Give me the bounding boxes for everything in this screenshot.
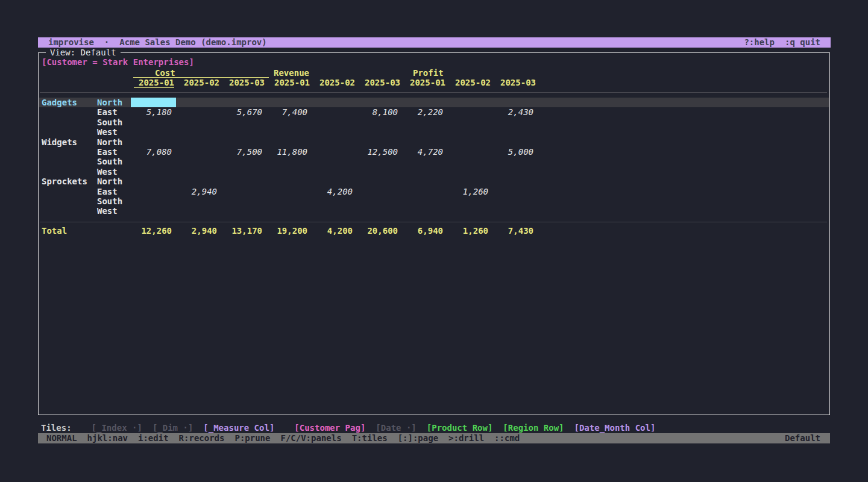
data-cell[interactable] (312, 127, 357, 137)
data-cell[interactable] (447, 206, 492, 216)
data-cell[interactable] (312, 157, 357, 166)
data-cell[interactable] (447, 196, 492, 206)
tile--index[interactable]: [_Index ·] (92, 423, 142, 433)
data-cell[interactable] (266, 127, 312, 137)
data-cell[interactable] (221, 127, 266, 137)
data-cell[interactable] (221, 137, 266, 147)
data-cell[interactable] (131, 157, 176, 166)
tile-date[interactable]: [Date ·] (376, 423, 416, 433)
table-row[interactable]: GadgetsNorth (39, 98, 829, 107)
month-column-header[interactable]: 2025-03 (495, 78, 540, 87)
data-cell[interactable] (221, 117, 266, 127)
table-row[interactable]: SprocketsNorth (39, 177, 829, 186)
measure-group-profit[interactable]: Profit (404, 68, 540, 78)
measure-group-cost[interactable]: Cost (133, 68, 269, 78)
data-cell[interactable] (492, 98, 538, 107)
data-cell[interactable] (131, 206, 176, 216)
tile-product-row[interactable]: [Product Row] (427, 423, 493, 433)
data-cell[interactable] (402, 167, 447, 177)
data-cell[interactable] (312, 147, 357, 157)
data-cell[interactable] (221, 157, 266, 166)
data-cell[interactable]: 11,800 (266, 147, 312, 157)
data-cell[interactable] (176, 117, 221, 127)
data-cell[interactable] (266, 117, 312, 127)
data-cell[interactable] (312, 98, 357, 107)
data-cell[interactable] (131, 127, 176, 137)
month-column-header[interactable]: 2025-01 (133, 78, 178, 87)
data-cell[interactable] (176, 127, 221, 137)
table-row[interactable]: East2,9404,2001,260 (39, 187, 829, 196)
data-cell[interactable] (357, 206, 402, 216)
data-cell[interactable] (402, 177, 447, 186)
data-cell[interactable] (357, 127, 402, 137)
data-cell[interactable] (266, 167, 312, 177)
data-cell[interactable] (447, 107, 492, 117)
data-cell[interactable] (176, 147, 221, 157)
data-cell[interactable] (176, 206, 221, 216)
data-cell[interactable] (131, 117, 176, 127)
data-cell[interactable] (312, 167, 357, 177)
month-column-header[interactable]: 2025-01 (269, 78, 314, 87)
data-cell[interactable]: 4,200 (312, 187, 357, 196)
data-cell[interactable] (447, 137, 492, 147)
data-cell[interactable] (176, 157, 221, 166)
data-cell[interactable] (312, 196, 357, 206)
data-cell[interactable] (402, 127, 447, 137)
tile-region-row[interactable]: [Region Row] (503, 423, 564, 433)
data-cell[interactable] (492, 196, 538, 206)
data-cell[interactable] (402, 117, 447, 127)
data-cell[interactable] (447, 147, 492, 157)
data-cell[interactable] (402, 206, 447, 216)
table-row[interactable]: East7,0807,50011,80012,5004,7205,000 (39, 147, 829, 157)
data-cell[interactable] (492, 177, 538, 186)
data-cell[interactable] (357, 117, 402, 127)
data-cell[interactable] (447, 98, 492, 107)
table-row[interactable]: South (39, 157, 829, 166)
data-cell[interactable] (176, 167, 221, 177)
month-column-header[interactable]: 2025-02 (178, 78, 224, 87)
data-cell[interactable]: 5,000 (492, 147, 538, 157)
data-cell[interactable] (357, 98, 402, 107)
data-cell[interactable] (357, 187, 402, 196)
data-cell[interactable] (402, 98, 447, 107)
tile-date-month-col[interactable]: [Date_Month Col] (574, 423, 656, 433)
tile--dim[interactable]: [_Dim ·] (153, 423, 193, 433)
data-cell[interactable]: 7,080 (131, 147, 176, 157)
month-column-header[interactable]: 2025-01 (404, 78, 450, 87)
table-row[interactable]: West (39, 167, 829, 177)
data-cell[interactable]: 12,500 (357, 147, 402, 157)
data-cell[interactable]: 2,940 (176, 187, 221, 196)
data-cell[interactable] (312, 206, 357, 216)
data-cell[interactable] (357, 137, 402, 147)
data-cell[interactable] (266, 137, 312, 147)
data-cell[interactable] (402, 137, 447, 147)
data-cell[interactable] (131, 196, 176, 206)
data-cell[interactable]: 5,180 (131, 107, 176, 117)
data-cell[interactable] (176, 137, 221, 147)
data-cell[interactable] (266, 187, 312, 196)
data-cell[interactable] (266, 206, 312, 216)
data-cell[interactable] (492, 167, 538, 177)
data-cell[interactable]: 4,720 (402, 147, 447, 157)
data-cell[interactable] (131, 177, 176, 186)
data-cell[interactable]: 7,500 (221, 147, 266, 157)
measure-group-revenue[interactable]: Revenue (269, 68, 404, 78)
cell-cursor[interactable] (131, 98, 176, 107)
month-column-header[interactable]: 2025-02 (450, 78, 495, 87)
data-cell[interactable] (131, 187, 176, 196)
data-cell[interactable] (221, 187, 266, 196)
data-cell[interactable] (447, 157, 492, 166)
tile--measure-col[interactable]: [_Measure Col] (203, 423, 274, 433)
table-row[interactable]: West (39, 206, 829, 216)
data-cell[interactable]: 8,100 (357, 107, 402, 117)
data-cell[interactable] (492, 206, 538, 216)
data-cell[interactable] (266, 98, 312, 107)
data-cell[interactable] (221, 167, 266, 177)
data-cell[interactable] (176, 177, 221, 186)
table-row[interactable]: South (39, 117, 829, 127)
data-cell[interactable] (402, 187, 447, 196)
data-cell[interactable] (221, 206, 266, 216)
data-cell[interactable] (176, 196, 221, 206)
data-cell[interactable]: 1,260 (447, 187, 492, 196)
tile-customer-pag[interactable]: [Customer Pag] (294, 423, 365, 433)
